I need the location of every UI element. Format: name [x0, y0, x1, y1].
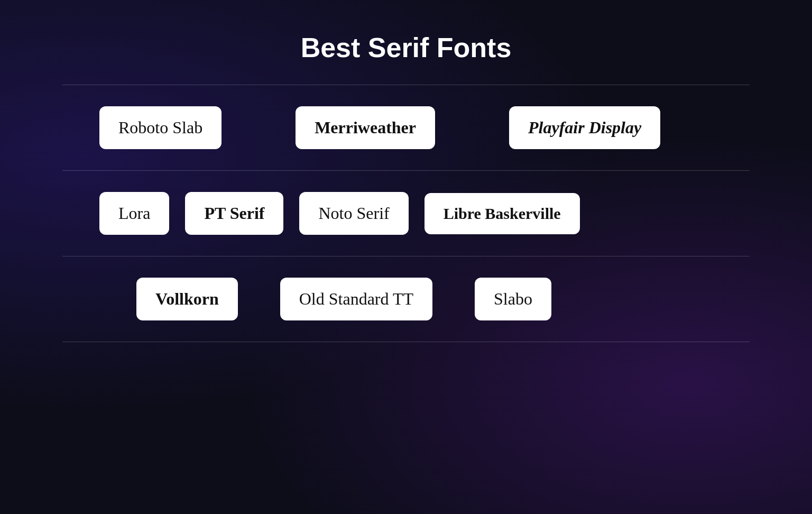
- divider-4: [62, 342, 750, 342]
- font-badge-libre-baskerville[interactable]: Libre Baskerville: [425, 193, 580, 234]
- font-label-roboto-slab: Roboto Slab: [118, 118, 202, 137]
- font-badge-lora[interactable]: Lora: [99, 192, 169, 235]
- font-badge-playfair-display[interactable]: Playfair Display: [509, 106, 660, 149]
- font-label-lora: Lora: [118, 204, 150, 223]
- font-row-2: Lora PT Serif Noto Serif Libre Baskervil…: [62, 171, 750, 256]
- font-label-playfair-display: Playfair Display: [528, 118, 641, 137]
- page-title: Best Serif Fonts: [301, 32, 512, 63]
- font-badge-pt-serif[interactable]: PT Serif: [185, 192, 283, 235]
- font-badge-roboto-slab[interactable]: Roboto Slab: [99, 106, 222, 149]
- font-label-pt-serif: PT Serif: [204, 204, 264, 223]
- font-label-libre-baskerville: Libre Baskerville: [444, 205, 561, 223]
- font-label-old-standard-tt: Old Standard TT: [299, 289, 413, 309]
- font-label-vollkorn: Vollkorn: [155, 289, 219, 309]
- font-badge-vollkorn[interactable]: Vollkorn: [136, 278, 238, 320]
- font-badge-noto-serif[interactable]: Noto Serif: [299, 192, 408, 235]
- font-badge-slabo[interactable]: Slabo: [475, 278, 551, 320]
- font-badge-merriweather[interactable]: Merriweather: [296, 106, 435, 149]
- font-label-slabo: Slabo: [494, 289, 532, 309]
- font-label-noto-serif: Noto Serif: [318, 204, 389, 223]
- font-row-1: Roboto Slab Merriweather Playfair Displa…: [62, 85, 750, 170]
- font-label-merriweather: Merriweather: [315, 118, 416, 137]
- font-row-3: Vollkorn Old Standard TT Slabo: [62, 256, 750, 342]
- font-badge-old-standard-tt[interactable]: Old Standard TT: [280, 278, 432, 320]
